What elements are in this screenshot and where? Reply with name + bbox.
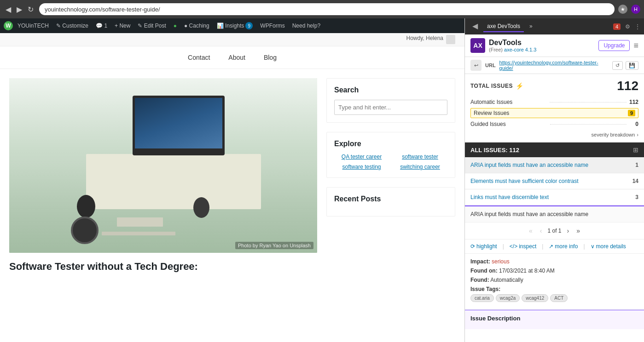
profile-icon[interactable]: H <box>631 5 640 14</box>
all-issues-grid-icon[interactable]: ⊞ <box>633 146 638 154</box>
issue-description-title: Issue Description <box>470 315 638 322</box>
nav-contact[interactable]: Contact <box>188 54 210 61</box>
page-prev-button[interactable]: ‹ <box>538 226 544 235</box>
refresh-button[interactable]: ↻ <box>26 4 35 15</box>
page-last-button[interactable]: » <box>574 226 582 235</box>
wp-site: W YOUinTECH ✎ Customize 💬 1 + New ✎ Edit… <box>0 18 464 342</box>
url-icon: ↩ <box>470 60 482 71</box>
tag-1[interactable]: wcag2a <box>496 294 520 302</box>
wp-site-name[interactable]: YOUinTECH <box>15 23 52 29</box>
wp-new[interactable]: + New <box>112 23 133 29</box>
impact-value: serious <box>492 258 510 265</box>
explore-item-2[interactable]: software testing <box>334 164 389 170</box>
address-bar[interactable]: youintechnology.com/software-tester-guid… <box>39 3 615 15</box>
severity-breakdown-label: severity breakdown <box>592 132 635 137</box>
settings-icon[interactable]: ⚙ <box>625 23 630 30</box>
guided-issues-label: Guided Issues <box>470 121 547 127</box>
avatar <box>446 35 455 44</box>
issue-item-1[interactable]: Elements must have sufficient color cont… <box>465 173 644 189</box>
axe-version: (Free) axe-core 4.1.3 <box>489 47 595 52</box>
recent-posts-widget: Recent Posts <box>326 187 455 217</box>
url-save-button[interactable]: 💾 <box>626 61 638 70</box>
browser-chrome: ◀ ▶ ↻ youintechnology.com/software-teste… <box>0 0 644 18</box>
axe-core-version-link[interactable]: axe-core 4.1.3 <box>504 47 536 52</box>
post-title: Software Tester without a Tech Degree: <box>9 260 317 274</box>
all-issues-header: ALL ISSUES: 112 ⊞ <box>465 142 644 157</box>
nav-blog[interactable]: Blog <box>264 54 277 61</box>
tag-3[interactable]: ACT <box>550 294 568 302</box>
explore-item-1[interactable]: software tester <box>393 154 447 160</box>
guided-issues-dots <box>550 124 627 125</box>
hero-desk <box>9 78 317 253</box>
wp-comments[interactable]: 💬 1 <box>93 23 110 29</box>
impact-section: Impact: serious Found on: 17/03/2021 at … <box>465 254 644 310</box>
total-issues-label: TOTAL ISSUES <box>470 83 513 89</box>
site-nav: Contact About Blog <box>0 46 464 69</box>
panel-tab-back[interactable]: ◀ <box>469 20 482 33</box>
automatic-issues-row[interactable]: Automatic Issues 112 <box>470 97 638 107</box>
page-first-button[interactable]: « <box>527 226 534 235</box>
axe-menu-button[interactable]: ≡ <box>633 41 638 51</box>
total-issues-header: TOTAL ISSUES ⚡ 112 <box>470 79 638 93</box>
axe-title: DevTools (Free) axe-core 4.1.3 <box>489 39 595 52</box>
more-info-link[interactable]: ↗ more info <box>549 243 578 250</box>
tags-container: cat.aria wcag2a wcag412 ACT <box>470 294 638 302</box>
wp-caching[interactable]: ● Caching <box>181 23 212 29</box>
back-button[interactable]: ◀ <box>4 4 13 15</box>
highlight-link[interactable]: ⟳ highlight <box>470 243 497 250</box>
wp-yoast[interactable]: ● <box>171 23 180 29</box>
hero-image: Photo by Ryan Yao on Unsplash <box>9 78 317 253</box>
tag-2[interactable]: wcag412 <box>522 294 548 302</box>
guided-issues-row[interactable]: Guided Issues 0 <box>470 119 638 129</box>
panel-tab-axe[interactable]: axe DevTools <box>483 21 524 32</box>
panel-menu-icon[interactable]: ⋮ <box>635 23 640 30</box>
search-widget-input-wrap <box>334 100 447 115</box>
insights-badge: 9 <box>245 22 253 29</box>
issue-description: Issue Description <box>465 310 644 329</box>
pagination: « ‹ 1 of 1 › » <box>465 222 644 239</box>
extensions-icon[interactable]: ★ <box>618 5 627 14</box>
tags-row: Issue Tags: cat.aria wcag2a wcag412 ACT <box>470 286 638 302</box>
tag-0[interactable]: cat.aria <box>470 294 494 302</box>
howdy-bar: Howdy, Helena <box>0 33 464 46</box>
wp-admin-bar: W YOUinTECH ✎ Customize 💬 1 + New ✎ Edit… <box>0 18 464 33</box>
explore-widget-title: Explore <box>334 140 447 148</box>
total-issues-count: 112 <box>617 79 638 93</box>
chevron-down-icon: ∨ <box>591 243 595 250</box>
wp-edit-post[interactable]: ✎ Edit Post <box>135 23 168 29</box>
impact-row: Impact: serious <box>470 258 638 265</box>
total-issues-bolt-icon: ⚡ <box>516 82 523 90</box>
wp-wpforms[interactable]: WPForms <box>257 23 287 29</box>
search-input[interactable] <box>334 100 447 115</box>
upgrade-button[interactable]: Upgrade <box>598 40 630 51</box>
found-on-row: Found on: 17/03/2021 at 8:40 AM <box>470 268 638 274</box>
axe-url-bar: ↩ URL https://youintechnology.com/softwa… <box>465 57 644 74</box>
explore-item-0[interactable]: QA tester career <box>334 154 389 160</box>
severity-breakdown-link[interactable]: severity breakdown › <box>470 129 638 137</box>
explore-item-3[interactable]: switching career <box>393 164 447 170</box>
nav-about[interactable]: About <box>228 54 245 61</box>
forward-button[interactable]: ▶ <box>15 4 24 15</box>
issue-item-0[interactable]: ARIA input fields must have an accessibl… <box>465 157 644 173</box>
close-tabs-badge: 4 <box>613 23 621 30</box>
issue-item-count-0: 1 <box>635 162 638 168</box>
review-issues-badge: 9 <box>628 110 635 116</box>
severity-breakdown-icon: › <box>637 132 638 137</box>
browser-icons: ★ H <box>618 5 640 14</box>
wp-customize[interactable]: ✎ Customize <box>53 23 91 29</box>
review-issues-row[interactable]: Review Issues 9 <box>470 108 638 118</box>
issue-detail-title: ARIA input fields must have an accessibl… <box>465 206 644 222</box>
wp-insights[interactable]: 📊 Insights 9 <box>214 22 256 29</box>
issue-item-2[interactable]: Links must have discernible text 3 <box>465 189 644 205</box>
panel-tab-more[interactable]: » <box>526 21 536 32</box>
url-label: URL <box>485 63 496 68</box>
url-value[interactable]: https://youintechnology.com/software-tes… <box>499 60 609 71</box>
page-next-button[interactable]: › <box>565 226 571 235</box>
more-details-link[interactable]: ∨ more details <box>591 243 626 250</box>
url-actions: ↺ 💾 <box>612 61 638 70</box>
all-issues-count: 112 <box>509 147 519 154</box>
wp-need-help[interactable]: Need help? <box>290 23 323 29</box>
url-reload-button[interactable]: ↺ <box>612 61 623 70</box>
url-display: youintechnology.com/software-tester-guid… <box>45 6 160 13</box>
inspect-link[interactable]: </> inspect <box>510 243 536 250</box>
